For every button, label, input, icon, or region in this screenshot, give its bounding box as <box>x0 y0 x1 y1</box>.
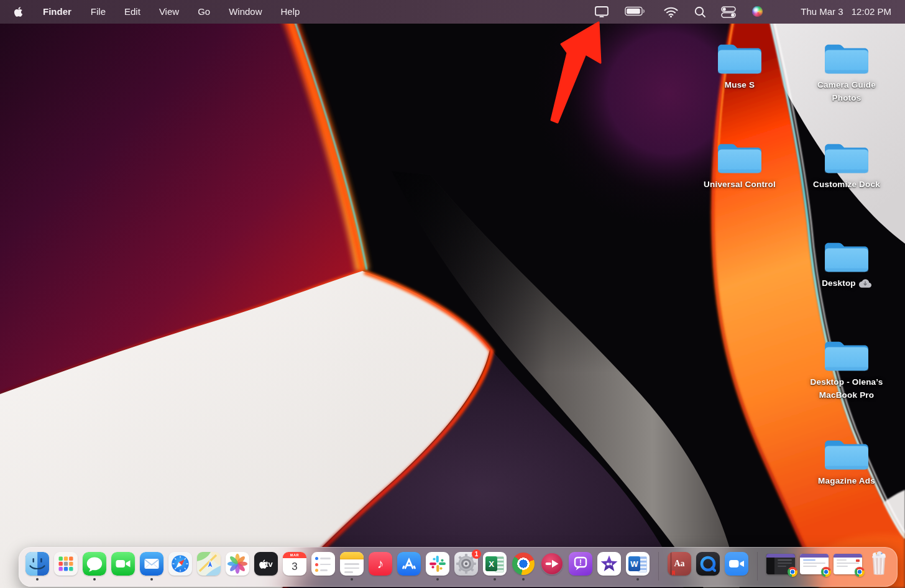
folder-label: Magazine Ads <box>818 474 875 487</box>
wifi-icon[interactable] <box>664 0 678 30</box>
excel-x-glyph: X <box>489 559 494 569</box>
screen-mirroring-icon[interactable] <box>594 0 609 29</box>
chrome-badge-icon <box>855 567 865 577</box>
dock-system-preferences[interactable]: 1 <box>454 552 478 576</box>
minimized-chrome-window-3[interactable] <box>834 554 862 574</box>
slack-running-dot <box>436 578 439 581</box>
music-note-glyph: ♪ <box>369 552 392 576</box>
dock-reminders[interactable] <box>311 552 335 576</box>
dock-quicktime[interactable] <box>696 552 720 576</box>
menu-view[interactable]: View <box>150 0 188 24</box>
word-running-dot <box>636 578 639 581</box>
dock-slack[interactable] <box>426 552 449 576</box>
dock-calendar[interactable]: MAR 3 <box>283 552 306 576</box>
chrome-running-dot <box>522 578 525 581</box>
minimized-chrome-window-2[interactable] <box>800 554 829 574</box>
dictionary-aa-glyph: Aa <box>668 552 691 576</box>
dock-app-store[interactable] <box>397 552 421 576</box>
folder-icon <box>822 237 871 275</box>
dock-excel[interactable]: X <box>483 552 507 576</box>
folder-customize-dock[interactable]: Customize Dock <box>794 138 899 191</box>
dock-feedback-assistant[interactable]: ! <box>569 552 592 576</box>
dock: tv MAR 3 ♪ 1 <box>19 547 898 587</box>
excel-running-dot <box>494 578 496 581</box>
menu-bar: Finder File Edit View Go Window Help Thu… <box>0 0 905 24</box>
menu-edit[interactable]: Edit <box>115 0 150 24</box>
mail-running-dot <box>150 578 153 581</box>
folder-desktop-olenas-macbook-pro[interactable]: Desktop - Olena’s MacBook Pro <box>794 336 899 402</box>
dock-chrome[interactable] <box>512 552 535 576</box>
notification-badge: 1 <box>472 549 481 559</box>
folder-camera-guide-photos[interactable]: Camera Guide Photos <box>806 39 887 104</box>
folder-label: Customize Dock <box>813 178 880 191</box>
control-center-icon[interactable] <box>721 0 736 30</box>
dock-messages[interactable] <box>83 552 106 576</box>
dock-maps[interactable] <box>197 552 221 576</box>
dock-divider <box>658 552 659 581</box>
folder-icon <box>822 138 871 177</box>
dock-trash[interactable] <box>867 552 891 576</box>
icloud-download-icon <box>859 279 871 288</box>
clock-time: 12:02 PM <box>852 6 891 17</box>
word-w-glyph: W <box>630 559 638 569</box>
clock-date: Thu Mar 3 <box>801 6 843 17</box>
dock-facetime[interactable] <box>111 552 135 576</box>
messages-running-dot <box>93 578 96 581</box>
dock-divider <box>757 552 758 581</box>
dock-safari[interactable] <box>168 552 192 576</box>
dock-photos[interactable] <box>226 552 249 576</box>
dock-imovie[interactable] <box>597 552 621 576</box>
menu-help[interactable]: Help <box>272 0 310 24</box>
exclamation-glyph: ! <box>569 558 592 567</box>
folder-label: Universal Control <box>704 178 776 191</box>
dock-zoom[interactable] <box>725 552 748 576</box>
dock-music[interactable]: ♪ <box>369 552 392 576</box>
spotlight-search-icon[interactable] <box>694 0 706 30</box>
battery-icon[interactable] <box>625 0 645 30</box>
chrome-badge-icon <box>821 567 831 577</box>
tv-glyph: tv <box>254 552 278 576</box>
menu-app-name[interactable]: Finder <box>33 0 81 24</box>
menu-bar-left: Finder File Edit View Go Window Help <box>0 0 309 24</box>
folder-icon <box>822 434 871 473</box>
calendar-day: 3 <box>283 558 306 576</box>
folder-label: Desktop <box>822 277 856 290</box>
dock-notes[interactable] <box>340 552 364 576</box>
dock-word[interactable]: W <box>626 552 650 576</box>
menu-go[interactable]: Go <box>188 0 219 24</box>
apple-logo-icon <box>14 6 23 17</box>
menu-file[interactable]: File <box>81 0 115 24</box>
folder-magazine-ads[interactable]: Magazine Ads <box>800 434 893 487</box>
minimized-chrome-window-1[interactable] <box>766 554 795 574</box>
dock-skitch[interactable] <box>540 552 564 576</box>
dock-launchpad[interactable] <box>54 552 78 576</box>
apple-menu[interactable] <box>0 6 33 17</box>
folder-desktop[interactable]: Desktop <box>800 237 893 290</box>
folder-icon <box>715 39 764 77</box>
siri-icon[interactable] <box>752 0 763 30</box>
dock-apple-tv[interactable]: tv <box>254 552 278 576</box>
menu-bar-clock[interactable]: Thu Mar 3 12:02 PM <box>795 0 891 24</box>
folder-universal-control[interactable]: Universal Control <box>687 138 792 191</box>
calendar-month: MAR <box>283 552 306 558</box>
menu-window[interactable]: Window <box>219 0 271 24</box>
dock-mail[interactable] <box>140 552 163 576</box>
folder-label: Muse S <box>725 78 755 91</box>
chrome-badge-icon <box>788 567 797 577</box>
folder-icon <box>822 336 871 374</box>
folder-label: Desktop - Olena’s MacBook Pro <box>794 375 899 402</box>
notes-running-dot <box>351 578 353 581</box>
folder-muse-s[interactable]: Muse S <box>693 39 786 91</box>
folder-icon <box>715 138 764 177</box>
dock-dictionary[interactable]: Aa <box>668 552 691 576</box>
dock-finder[interactable] <box>25 552 49 576</box>
folder-label: Camera Guide Photos <box>806 78 887 104</box>
folder-icon <box>822 39 871 77</box>
finder-running-dot <box>36 578 39 581</box>
